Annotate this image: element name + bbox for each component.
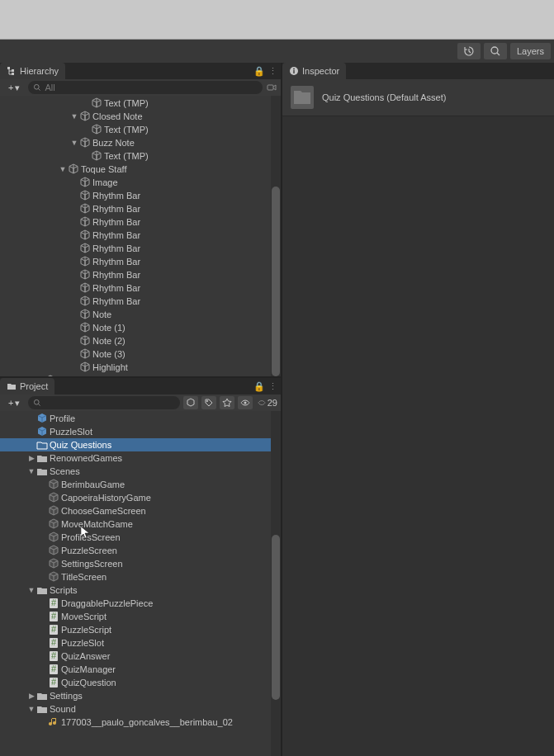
hierarchy-item[interactable]: Rhythm Bar: [0, 229, 281, 242]
project-search[interactable]: [28, 396, 179, 409]
project-tab[interactable]: Project: [0, 378, 54, 395]
project-item[interactable]: ▶RenownedGames: [0, 451, 281, 465]
project-item[interactable]: CapoeiraHistoryGame: [0, 491, 281, 504]
hierarchy-item[interactable]: ▼Closed Note: [0, 110, 281, 123]
hierarchy-item[interactable]: Rhythm Bar: [0, 202, 281, 215]
hierarchy-item[interactable]: Highlight: [0, 361, 281, 374]
hierarchy-item[interactable]: Rhythm Bar: [0, 255, 281, 268]
project-item[interactable]: ChooseGameScreen: [0, 504, 281, 517]
project-item[interactable]: SettingsScreen: [0, 557, 281, 570]
hierarchy-search[interactable]: [28, 81, 263, 94]
hierarchy-item[interactable]: Note: [0, 308, 281, 321]
project-item[interactable]: PuzzleScreen: [0, 544, 281, 557]
search-button[interactable]: [484, 43, 507, 59]
scrollbar[interactable]: [271, 96, 281, 376]
project-item[interactable]: ▶Settings: [0, 689, 281, 702]
svg-text:#: #: [51, 611, 57, 621]
hierarchy-item[interactable]: Rhythm Bar: [0, 189, 281, 202]
item-label: BerimbauGame: [61, 480, 125, 489]
layers-button[interactable]: Layers: [510, 43, 551, 59]
scrollbar-thumb[interactable]: [272, 187, 280, 376]
project-item[interactable]: PuzzleSlot: [0, 425, 281, 438]
hierarchy-item[interactable]: Rhythm Bar: [0, 215, 281, 229]
hidden-button[interactable]: [238, 396, 253, 409]
hierarchy-item[interactable]: Conductor: [0, 374, 281, 376]
project-item[interactable]: MoveMatchGame: [0, 517, 281, 531]
foldout-icon[interactable]: ▼: [26, 586, 36, 594]
item-label: Note (2): [92, 336, 125, 346]
hierarchy-item[interactable]: Note (1): [0, 321, 281, 334]
scene-camera-icon[interactable]: [266, 82, 277, 93]
visibility-icon: [240, 398, 250, 408]
lock-icon[interactable]: 🔒: [253, 381, 265, 392]
foldout-icon[interactable]: ▶: [26, 692, 36, 700]
scrollbar[interactable]: [271, 411, 281, 756]
project-item[interactable]: #PuzzleSlot: [0, 636, 281, 650]
create-button[interactable]: + ▾: [3, 81, 25, 95]
hierarchy-item[interactable]: Text (TMP): [0, 123, 281, 136]
foldout-icon[interactable]: ▼: [69, 139, 79, 147]
lock-icon[interactable]: 🔒: [253, 66, 265, 77]
project-item[interactable]: BerimbauGame: [0, 478, 281, 491]
menu-icon[interactable]: ⋮: [268, 66, 277, 77]
tag-icon: [204, 398, 214, 408]
search-input[interactable]: [45, 398, 174, 408]
inspector-asset-header: Quiz Questions (Default Asset): [282, 79, 554, 116]
item-label: Text (TMP): [104, 125, 149, 135]
hierarchy-item[interactable]: Text (TMP): [0, 97, 281, 110]
asset-name-label: Quiz Questions (Default Asset): [322, 92, 446, 102]
hierarchy-item[interactable]: ▼Toque Staff: [0, 163, 281, 176]
hierarchy-item[interactable]: Rhythm Bar: [0, 281, 281, 295]
hierarchy-item[interactable]: Rhythm Bar: [0, 242, 281, 255]
hierarchy-item[interactable]: Rhythm Bar: [0, 268, 281, 281]
foldout-icon[interactable]: ▶: [26, 454, 36, 462]
project-item[interactable]: ▼Sound: [0, 702, 281, 716]
scrollbar-thumb[interactable]: [272, 535, 280, 700]
foldout-icon[interactable]: ▼: [26, 705, 36, 713]
project-item[interactable]: #QuizAnswer: [0, 650, 281, 663]
hierarchy-tree[interactable]: Text (TMP)▼Closed NoteText (TMP)▼Buzz No…: [0, 96, 281, 376]
create-button[interactable]: + ▾: [3, 396, 25, 410]
inspector-tab[interactable]: Inspector: [282, 63, 346, 79]
search-input[interactable]: [45, 83, 258, 92]
project-item[interactable]: Quiz Questions: [0, 438, 281, 451]
foldout-icon[interactable]: ▼: [69, 112, 79, 120]
filter-type-button[interactable]: [183, 396, 198, 409]
project-item[interactable]: 177003__paulo_goncalves__berimbau_02: [0, 716, 281, 729]
hierarchy-item[interactable]: Note (3): [0, 347, 281, 361]
foldout-icon[interactable]: ▼: [26, 467, 36, 475]
project-item[interactable]: #DraggablePuzzlePiece: [0, 597, 281, 610]
hierarchy-item[interactable]: ▼Buzz Note: [0, 136, 281, 149]
item-label: Rhythm Bar: [92, 283, 140, 293]
favorite-button[interactable]: [220, 396, 234, 409]
item-label: TitleScreen: [61, 572, 107, 582]
foldout-icon[interactable]: ▼: [58, 165, 68, 173]
project-item[interactable]: #QuizManager: [0, 663, 281, 676]
project-item[interactable]: #PuzzleScript: [0, 623, 281, 636]
project-tree[interactable]: ProfilePuzzleSlotQuiz Questions▶Renowned…: [0, 411, 281, 756]
hierarchy-item[interactable]: Rhythm Bar: [0, 295, 281, 308]
item-label: ChooseGameScreen: [61, 506, 146, 516]
project-item[interactable]: TitleScreen: [0, 570, 281, 584]
hierarchy-item[interactable]: Text (TMP): [0, 149, 281, 163]
filter-label-button[interactable]: [201, 396, 216, 409]
project-item[interactable]: ▼Scenes: [0, 465, 281, 478]
item-label: QuizManager: [61, 664, 116, 674]
hierarchy-tab[interactable]: Hierarchy: [0, 63, 65, 79]
chevron-down-icon: ▾: [15, 83, 20, 93]
item-label: Highlight: [92, 362, 128, 372]
project-item[interactable]: Profile: [0, 412, 281, 425]
project-item[interactable]: #MoveScript: [0, 610, 281, 623]
project-item[interactable]: #QuizQuestion: [0, 676, 281, 689]
svg-text:#: #: [51, 664, 57, 673]
cube-filter-icon: [186, 398, 196, 408]
item-label: Text (TMP): [104, 98, 149, 108]
menu-icon[interactable]: ⋮: [268, 381, 277, 392]
hierarchy-item[interactable]: Image: [0, 176, 281, 189]
project-item[interactable]: ProfilesScreen: [0, 531, 281, 544]
main-toolbar: Layers: [0, 40, 554, 63]
hierarchy-item[interactable]: Note (2): [0, 334, 281, 347]
history-button[interactable]: [457, 43, 481, 59]
search-icon: [490, 45, 501, 57]
project-item[interactable]: ▼Scripts: [0, 584, 281, 597]
